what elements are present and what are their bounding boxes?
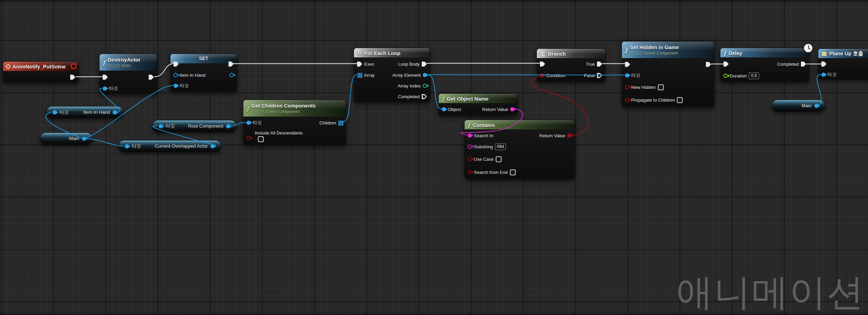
value-out-pin[interactable] xyxy=(211,144,215,148)
latent-clock-icon xyxy=(803,43,813,53)
node-destroy-actor[interactable]: ƒ DestroyActor 타깃은 Actor 타깃 xyxy=(99,54,157,94)
exec-in-pin[interactable] xyxy=(103,75,108,80)
propagate-to-children-pin[interactable] xyxy=(625,98,629,102)
value-out-pin[interactable] xyxy=(82,137,86,141)
function-icon: ƒ xyxy=(103,59,105,66)
exec-in-pin[interactable] xyxy=(724,62,729,67)
substring-value-field[interactable]: 09d xyxy=(495,143,506,150)
include-all-descendants-checkbox[interactable] xyxy=(258,136,264,142)
function-icon: ƒ xyxy=(246,105,249,112)
search-from-end-pin[interactable] xyxy=(468,170,472,174)
true-pin[interactable] xyxy=(597,62,602,67)
return-value-pin[interactable] xyxy=(567,133,571,138)
exec-out-pin[interactable] xyxy=(228,62,234,67)
substring-pin[interactable] xyxy=(468,145,472,149)
new-hidden-pin[interactable] xyxy=(625,85,629,89)
array-index-pin[interactable] xyxy=(423,84,427,88)
pill-get-main-2[interactable]: Main xyxy=(772,100,825,112)
node-title: Branch xyxy=(548,51,566,57)
node-get-object-name[interactable]: ƒ Get Object Name Object Return Value xyxy=(438,93,518,115)
target-pin[interactable] xyxy=(103,86,107,91)
target-pin[interactable] xyxy=(53,110,57,114)
node-subtitle: 타깃은 Actor xyxy=(108,63,140,68)
function-icon: ƒ xyxy=(468,122,470,129)
item-in-hand-in-pin[interactable] xyxy=(174,73,178,77)
children-array-pin[interactable] xyxy=(338,121,340,122)
node-title: Plane Up 호출 xyxy=(829,50,863,57)
item-in-hand-out-pin[interactable] xyxy=(230,73,234,77)
node-get-children-components[interactable]: ƒ Get Children Components 타깃은 Scene Comp… xyxy=(243,100,346,145)
node-set-hidden-in-game[interactable]: ƒ Set Hidden in Game 타깃은 Scene Component… xyxy=(622,41,715,107)
node-for-each-loop[interactable]: ↻ For Each Loop Exec Loop Body Array Arr… xyxy=(354,48,430,102)
pill-get-root-component[interactable]: 타깃 Root Component xyxy=(152,120,237,132)
include-all-descendants-pin[interactable] xyxy=(246,136,251,140)
exec-out-pin[interactable] xyxy=(149,75,154,80)
node-title: SET xyxy=(170,56,237,61)
target-pin[interactable] xyxy=(821,73,825,77)
exec-in-pin[interactable] xyxy=(625,62,630,67)
node-set-item-in-hand[interactable]: SET Item In Hand 타깃 xyxy=(170,54,237,92)
event-diamond-icon xyxy=(6,64,11,70)
completed-pin[interactable] xyxy=(422,94,427,99)
pill-get-item-in-hand[interactable]: 타깃 Item In Hand xyxy=(46,106,123,118)
search-from-end-checkbox[interactable] xyxy=(510,169,516,175)
node-subtitle: 타깃은 Scene Component xyxy=(251,109,316,114)
node-anim-notify-putsotne[interactable]: AnimNotify_PutSotne xyxy=(3,61,79,83)
target-pin[interactable] xyxy=(625,73,629,77)
notify-state-icon xyxy=(71,64,76,69)
node-plane-up-call[interactable]: Plane Up 호출 타깃 xyxy=(818,48,868,80)
exec-in-pin[interactable] xyxy=(540,62,545,67)
target-pin[interactable] xyxy=(125,144,129,148)
exec-in-pin[interactable] xyxy=(821,62,827,67)
node-title: AnimNotify_PutSotne xyxy=(12,64,66,70)
exec-out-pin[interactable] xyxy=(70,75,75,80)
function-icon: ƒ xyxy=(625,47,627,54)
array-in-pin[interactable] xyxy=(357,73,359,74)
exec-in-pin[interactable] xyxy=(357,62,362,67)
loop-icon: ↻ xyxy=(357,50,362,56)
duration-pin[interactable] xyxy=(724,74,728,78)
use-case-checkbox[interactable] xyxy=(496,156,502,162)
duration-value-field[interactable]: 0.5 xyxy=(749,73,759,79)
node-title: Get Children Components xyxy=(251,103,316,109)
completed-pin[interactable] xyxy=(801,62,806,67)
node-title: Contains xyxy=(473,122,495,128)
target-pin[interactable] xyxy=(174,84,178,88)
node-title: Delay xyxy=(728,50,742,56)
node-title: DestroyActor xyxy=(108,57,140,63)
function-icon: ƒ xyxy=(724,50,726,57)
node-title: Set Hidden in Game xyxy=(630,44,679,51)
exec-in-pin[interactable] xyxy=(174,62,179,67)
node-subtitle: 타깃은 Scene Component xyxy=(630,51,679,56)
watermark-text: 애니메이션 xyxy=(676,274,865,311)
blueprint-graph-canvas[interactable]: AnimNotify_PutSotne ƒ DestroyActor 타깃은 A… xyxy=(0,0,868,315)
wires-layer xyxy=(0,0,868,315)
node-branch[interactable]: Branch True Condition False xyxy=(536,48,606,82)
function-icon: ƒ xyxy=(442,95,444,102)
exec-out-pin[interactable] xyxy=(706,62,711,67)
pill-get-main-1[interactable]: Main xyxy=(40,132,93,145)
target-pin[interactable] xyxy=(159,124,163,128)
new-hidden-checkbox[interactable] xyxy=(658,84,664,90)
node-delay[interactable]: ƒ Delay Completed Duration 0.5 xyxy=(720,48,810,82)
call-event-icon xyxy=(821,52,827,56)
use-case-pin[interactable] xyxy=(468,157,472,161)
return-value-pin[interactable] xyxy=(510,107,514,111)
value-out-pin[interactable] xyxy=(113,110,117,114)
false-pin[interactable] xyxy=(597,73,602,78)
pill-get-current-overlapped-actor[interactable]: 타깃 Current Overlapped Actor xyxy=(118,140,221,152)
node-title: For Each Loop xyxy=(364,50,400,56)
array-element-pin[interactable] xyxy=(423,73,427,77)
object-pin[interactable] xyxy=(442,107,446,111)
value-out-pin[interactable] xyxy=(814,104,819,108)
condition-pin[interactable] xyxy=(540,73,544,77)
loop-body-pin[interactable] xyxy=(422,62,427,67)
node-contains[interactable]: ƒ Contains Search In Return Value Substr… xyxy=(464,120,575,179)
value-out-pin[interactable] xyxy=(226,124,230,128)
node-title: Get Object Name xyxy=(447,96,488,102)
branch-icon xyxy=(540,51,545,57)
include-all-descendants-label: Include All Descendants xyxy=(255,130,303,136)
target-pin[interactable] xyxy=(246,121,251,125)
search-in-pin[interactable] xyxy=(468,133,472,138)
propagate-to-children-checkbox[interactable] xyxy=(677,97,683,103)
